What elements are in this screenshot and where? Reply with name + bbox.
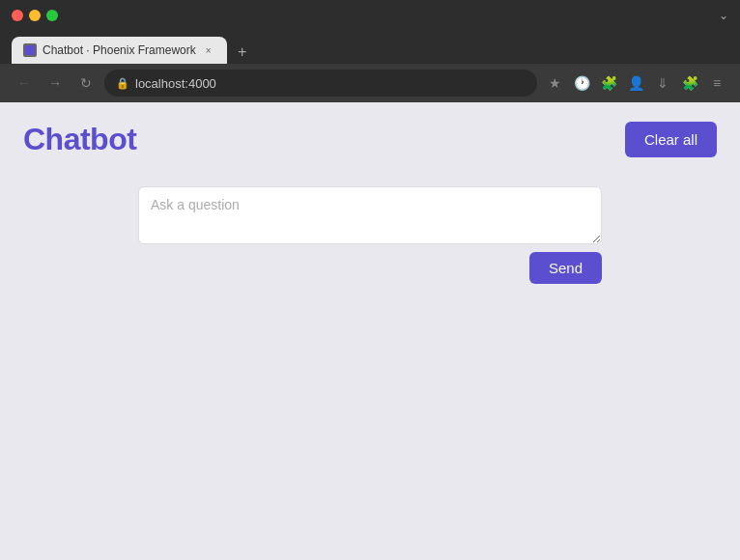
clear-all-button[interactable]: Clear all — [625, 122, 717, 157]
question-input[interactable] — [138, 186, 602, 244]
toolbar-actions: ★ 🕐 🧩 👤 ⇓ 🧩 ≡ — [543, 71, 728, 95]
page-title: Chatbot — [23, 122, 136, 157]
chevron-down-icon: ⌄ — [719, 9, 728, 22]
browser-chrome: ⌄ Chatbot · Phoenix Framework × + ← → ↻ … — [0, 0, 740, 102]
maximize-button[interactable] — [46, 10, 58, 21]
toolbar: ← → ↻ 🔒 localhost:4000 ★ 🕐 🧩 👤 ⇓ 🧩 ≡ — [0, 64, 740, 102]
lock-icon: 🔒 — [116, 77, 129, 90]
send-button[interactable]: Send — [529, 252, 602, 284]
window-controls-right: ⌄ — [719, 9, 728, 22]
active-tab[interactable]: Chatbot · Phoenix Framework × — [12, 37, 227, 64]
history-icon[interactable]: 🕐 — [570, 71, 593, 95]
tab-favicon — [23, 43, 37, 57]
traffic-lights — [12, 10, 58, 21]
minimize-button[interactable] — [29, 10, 41, 21]
tab-close-button[interactable]: × — [202, 43, 215, 57]
tab-bar: Chatbot · Phoenix Framework × + — [0, 31, 740, 64]
svg-rect-0 — [25, 45, 35, 55]
forward-button[interactable]: → — [43, 70, 68, 96]
page-content: Chatbot Clear all Send — [0, 102, 740, 560]
address-bar[interactable]: 🔒 localhost:4000 — [104, 70, 537, 97]
reload-button[interactable]: ↻ — [73, 70, 99, 96]
download-icon[interactable]: ⇓ — [651, 71, 674, 95]
bookmark-icon[interactable]: ★ — [543, 71, 566, 95]
back-button[interactable]: ← — [12, 70, 37, 96]
profile-icon[interactable]: 👤 — [624, 71, 647, 95]
menu-icon[interactable]: ≡ — [705, 71, 728, 95]
extensions-icon[interactable]: 🧩 — [597, 71, 620, 95]
close-button[interactable] — [12, 10, 23, 21]
send-btn-container: Send — [138, 252, 602, 284]
page-header: Chatbot Clear all — [23, 122, 717, 157]
address-text: localhost:4000 — [135, 76, 216, 91]
title-bar: ⌄ — [0, 0, 740, 31]
new-tab-button[interactable]: + — [231, 41, 254, 64]
tab-title: Chatbot · Phoenix Framework — [43, 43, 196, 57]
puzzle-icon[interactable]: 🧩 — [678, 71, 701, 95]
